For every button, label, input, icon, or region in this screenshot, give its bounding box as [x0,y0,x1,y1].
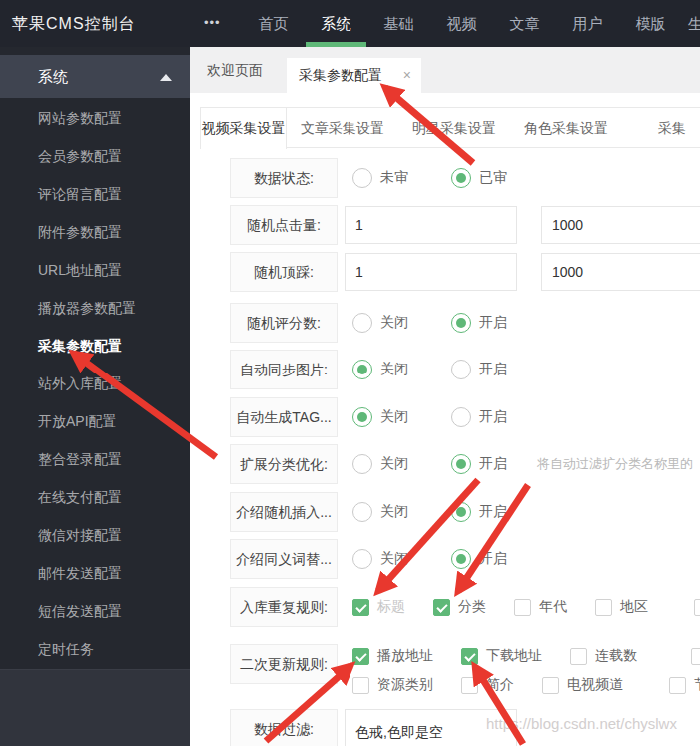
sidebar-item-site-params[interactable]: 网站参数配置 [0,99,190,137]
radio-option-on[interactable]: 开启 [451,313,507,333]
sidebar-item-comment-config[interactable]: 评论留言配置 [0,175,190,213]
radio-option-off[interactable]: 关闭 [352,360,408,379]
subtab-article-collect[interactable]: 文章采集设置 [287,108,398,148]
nav-item-article[interactable]: 文章 [493,0,556,47]
checkbox-download-url[interactable]: 下载地址 [461,647,542,665]
data-filter-input[interactable] [345,709,517,746]
checkbox-icon[interactable] [461,648,478,665]
checkbox-tv-channel[interactable]: 电视频道 [542,676,623,694]
subtab-role-collect[interactable]: 角色采集设置 [510,108,622,148]
radio-icon[interactable] [352,502,372,522]
sidebar-section-system[interactable]: 系统 [0,55,190,98]
checkbox-title[interactable]: 标题 [352,598,405,616]
checkbox-clipped[interactable] [694,599,700,616]
nav-item-user[interactable]: 用户 [556,0,619,47]
radio-icon[interactable] [352,549,372,569]
radio-icon[interactable] [451,549,471,569]
radio-icon[interactable] [451,168,471,188]
sidebar-item-offsite-storage[interactable]: 站外入库配置 [0,365,190,402]
sidebar-item-member-params[interactable]: 会员参数配置 [0,137,190,175]
tab-welcome[interactable]: 欢迎页面 [190,47,280,93]
checkbox-clipped[interactable] [691,648,700,665]
sidebar-item-scheduled-tasks[interactable]: 定时任务 [0,630,190,668]
more-menu-icon[interactable]: ••• [204,0,221,45]
radio-option-on[interactable]: 开启 [451,407,507,427]
top-nav: 首页 系统 基础 视频 文章 用户 模版 生 [242,0,700,47]
checkbox-icon[interactable] [461,677,478,694]
subtab-video-collect[interactable]: 视频采集设置 [200,108,287,149]
nav-item-home[interactable]: 首页 [242,0,305,47]
sidebar-section-label: 系统 [38,68,68,85]
checkbox-region[interactable]: 地区 [595,598,648,616]
sidebar-item-attachment-config[interactable]: 附件参数配置 [0,213,190,251]
random-updown-max-input[interactable] [541,253,700,291]
nav-item-video[interactable]: 视频 [430,0,493,47]
radio-icon[interactable] [352,360,372,379]
nav-item-generate[interactable]: 生 [682,0,700,47]
field-label: 数据过滤: [230,709,338,746]
field-label: 扩展分类优化: [230,444,338,484]
subtab-collect-more[interactable]: 采集 [622,108,700,148]
checkbox-icon[interactable] [542,677,559,694]
checkbox-icon[interactable] [514,599,531,616]
sidebar-item-wechat-config[interactable]: 微信对接配置 [0,516,190,554]
checkbox-icon[interactable] [595,599,612,616]
sidebar-item-player-params[interactable]: 播放器参数配置 [0,289,190,327]
radio-option-off[interactable]: 关闭 [352,454,408,474]
checkbox-icon[interactable] [352,677,369,694]
checkbox-icon[interactable] [570,648,587,665]
radio-option-audited[interactable]: 已审 [451,168,507,188]
checkbox-play-url[interactable]: 播放地址 [352,647,433,665]
checkbox-icon[interactable] [352,599,369,616]
radio-icon[interactable] [352,313,372,333]
radio-option-on[interactable]: 开启 [451,502,507,522]
window-tab-strip: 欢迎页面 采集参数配置 × [190,47,700,93]
nav-item-template[interactable]: 模版 [619,0,682,47]
checkbox-icon[interactable] [669,677,686,694]
checkbox-episode[interactable]: 节 [669,676,700,694]
sidebar-item-open-api[interactable]: 开放API配置 [0,402,190,440]
nav-item-basic[interactable]: 基础 [367,0,430,47]
radio-option-off[interactable]: 关闭 [352,549,408,569]
radio-option-on[interactable]: 开启 [451,549,507,569]
sidebar: 系统 网站参数配置 会员参数配置 评论留言配置 附件参数配置 URL地址配置 播… [0,47,190,746]
sidebar-item-integrated-login[interactable]: 整合登录配置 [0,440,190,478]
checkbox-icon[interactable] [694,599,700,616]
checkbox-serial-count[interactable]: 连载数 [570,647,637,665]
sidebar-item-email-config[interactable]: 邮件发送配置 [0,554,190,592]
form-row-auto-tag: 自动生成TAG... 关闭 开启 [190,397,700,437]
checkbox-resource-type[interactable]: 资源类别 [352,676,433,694]
checkbox-icon[interactable] [352,648,369,665]
random-clicks-max-input[interactable] [541,206,700,244]
radio-icon[interactable] [352,168,372,188]
checkbox-icon[interactable] [433,599,450,616]
checkbox-icon[interactable] [691,648,700,665]
radio-option-unaudited[interactable]: 未审 [352,168,408,188]
radio-icon[interactable] [451,407,471,427]
tab-collect-params[interactable]: 采集参数配置 × [287,58,421,93]
sidebar-item-url-config[interactable]: URL地址配置 [0,251,190,289]
field-label: 随机顶踩: [230,252,338,292]
radio-icon[interactable] [352,454,372,474]
random-clicks-min-input[interactable] [345,206,517,244]
checkbox-year[interactable]: 年代 [514,598,567,616]
sidebar-item-online-payment[interactable]: 在线支付配置 [0,478,190,516]
radio-option-off[interactable]: 关闭 [352,313,408,333]
close-icon[interactable]: × [403,58,411,93]
checkbox-category[interactable]: 分类 [433,598,486,616]
radio-option-off[interactable]: 关闭 [352,502,408,522]
random-updown-min-input[interactable] [345,253,517,291]
checkbox-brief[interactable]: 简介 [461,676,514,694]
sidebar-item-collect-params[interactable]: 采集参数配置 [0,327,190,365]
radio-icon[interactable] [451,360,471,379]
radio-option-off[interactable]: 关闭 [352,407,408,427]
radio-icon[interactable] [451,502,471,522]
radio-icon[interactable] [451,313,471,333]
radio-icon[interactable] [352,407,372,427]
radio-option-on[interactable]: 开启 [451,454,507,474]
nav-item-system[interactable]: 系统 [305,0,367,47]
radio-option-on[interactable]: 开启 [451,360,507,379]
sidebar-item-sms-config[interactable]: 短信发送配置 [0,592,190,630]
radio-icon[interactable] [451,454,471,474]
subtab-star-collect[interactable]: 明星采集设置 [398,108,510,148]
